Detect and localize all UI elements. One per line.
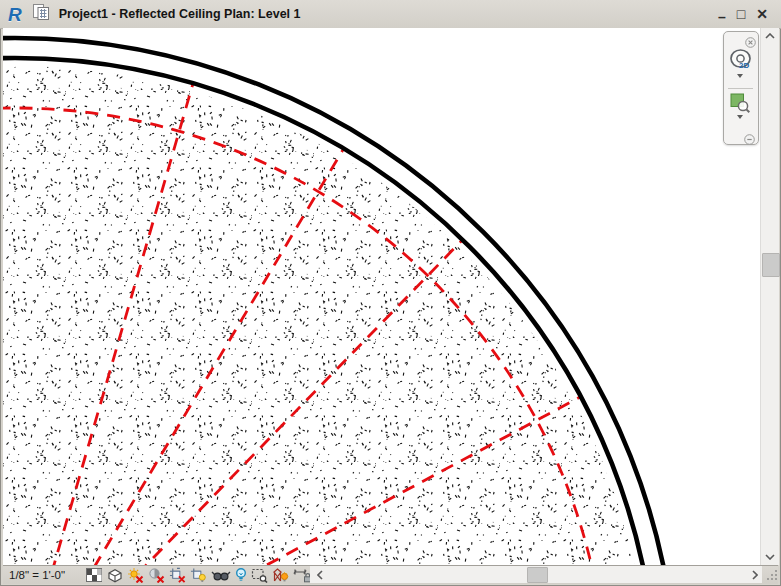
scroll-right-icon[interactable] [747, 566, 762, 583]
navbar-close-icon[interactable] [745, 34, 756, 45]
show-analytical-model-icon[interactable] [272, 567, 289, 583]
visual-style-icon[interactable] [106, 567, 123, 583]
revit-window: { "window": { "title": "Project1 - Refle… [0, 0, 781, 586]
reveal-hidden-elements-icon[interactable] [235, 567, 247, 583]
sun-path-off-icon[interactable] [127, 567, 144, 583]
temporary-hide-isolate-icon[interactable] [211, 567, 231, 583]
zoom-tool-icon[interactable] [730, 93, 751, 114]
view-control-bar: 1/8" = 1'-0" [3, 565, 778, 584]
vertical-scroll-thumb[interactable] [762, 253, 780, 277]
ceiling-plan-drawing[interactable] [3, 28, 760, 565]
scroll-down-icon[interactable] [761, 549, 779, 565]
minimize-button[interactable]: – [718, 10, 726, 24]
vertical-scrollbar[interactable] [760, 28, 779, 565]
window-resize-grip[interactable] [766, 569, 779, 582]
crop-view-off-icon[interactable] [169, 567, 186, 583]
ceiling-plan-view-icon [32, 3, 50, 25]
navigation-bar[interactable]: 2D [723, 31, 759, 145]
show-crop-region-icon[interactable] [190, 567, 207, 583]
temporary-view-properties-icon[interactable] [251, 567, 268, 583]
title-bar[interactable]: R Project1 - Reflected Ceiling Plan: Lev… [0, 0, 781, 29]
wheel-2d-label: 2D [739, 61, 749, 70]
drawing-area[interactable] [3, 28, 760, 565]
maximize-button[interactable]: □ [737, 7, 745, 21]
horizontal-scrollbar[interactable] [310, 566, 762, 583]
scroll-up-icon[interactable] [761, 28, 779, 44]
window-title: Project1 - Reflected Ceiling Plan: Level… [59, 7, 301, 21]
navbar-minimize-icon[interactable] [744, 131, 755, 142]
scroll-left-icon[interactable] [312, 566, 327, 583]
horizontal-scroll-thumb[interactable] [527, 567, 548, 583]
view-scale-button[interactable]: 1/8" = 1'-0" [9, 569, 65, 581]
detail-level-icon[interactable] [85, 567, 102, 583]
shadows-off-icon[interactable] [148, 567, 165, 583]
revit-app-icon: R [8, 5, 22, 24]
close-button[interactable]: ✕ [756, 7, 768, 21]
navbar-divider [728, 88, 753, 89]
zoom-options-arrow-icon[interactable] [737, 119, 743, 137]
